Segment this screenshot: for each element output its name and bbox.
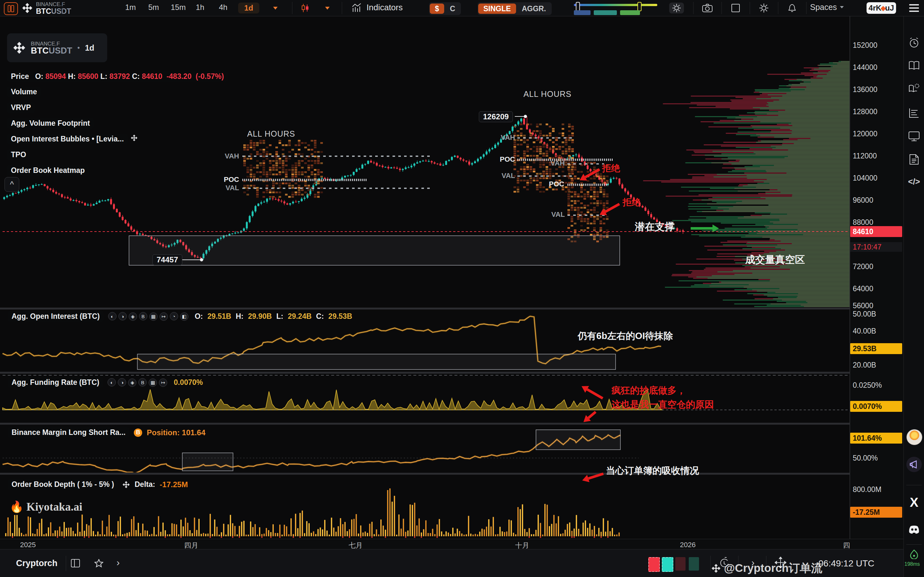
exchange-icon: ◧ (180, 313, 188, 321)
palette-chip-blue[interactable] (574, 10, 591, 15)
timeframe-1m[interactable]: 1m (125, 3, 136, 12)
scripts-button[interactable]: </> (907, 174, 921, 189)
discord-button[interactable] (907, 523, 921, 537)
currency-option[interactable]: C (445, 3, 460, 14)
alerts-button[interactable] (907, 35, 921, 50)
notifications-button[interactable] (786, 3, 798, 13)
scale-tick: 72000 (853, 263, 873, 271)
obd-panel-title: Order Book Depth ( 1% - 5% ) (8, 479, 118, 490)
time-axis[interactable]: 2025四月七月十月2026四 (0, 539, 903, 550)
reset-time-button[interactable] (718, 557, 730, 568)
legend-symbol-quote: USDT (49, 46, 73, 55)
spaces-label: Spaces (810, 3, 837, 12)
funding-panel-title: Agg. Funding Rate (BTC) (8, 377, 103, 388)
layout-toggle-button[interactable] (4, 2, 18, 15)
slider-handle-high[interactable] (637, 2, 641, 11)
indicator-row[interactable]: Open Interest Bubbles • [Levia... (7, 134, 128, 144)
separator (292, 2, 292, 14)
main-menu-button[interactable] (908, 3, 921, 13)
slider-handle-low[interactable] (576, 2, 580, 11)
announcements-button[interactable] (906, 457, 922, 472)
timeframe-1d-active[interactable]: 1d (238, 3, 259, 13)
history-button[interactable] (907, 81, 921, 95)
fullscreen-button[interactable] (729, 3, 742, 13)
timeframe-15m[interactable]: 15m (171, 3, 186, 12)
color-swatch[interactable] (648, 557, 660, 572)
position-label: Position: (147, 428, 180, 437)
oi-panel-header[interactable]: Agg. Open Interest (BTC) ◐◑◈B▦↦◔◧ O:29.5… (8, 311, 352, 322)
ls-panel-header[interactable]: Binance Margin Long Short Ra... B Positi… (8, 427, 205, 438)
news-button[interactable] (907, 152, 921, 166)
funding-value-badge: 0.0070% (850, 401, 902, 412)
profile-level-label: VAH (501, 134, 515, 142)
connection-status (907, 547, 921, 561)
legend-collapse-button[interactable]: ^ (5, 177, 19, 192)
oi-low: 29.24B (288, 312, 312, 321)
funding-value: 0.0070% (174, 378, 203, 387)
x-social-button[interactable]: X (907, 495, 921, 509)
scale-tick: 50.00% (853, 454, 878, 463)
favorites-button[interactable] (92, 558, 105, 569)
agg-option[interactable]: AGGR. (517, 3, 551, 14)
scale-tick: 20.00B (853, 361, 876, 369)
watchlist-button[interactable] (907, 59, 921, 73)
color-swatch[interactable] (689, 557, 699, 571)
dot-separator: • (78, 44, 80, 52)
annotation-text: ALL HOURS (247, 129, 295, 139)
obd-value-badge: -17.25M (850, 507, 902, 518)
palette-chip-green[interactable] (620, 10, 640, 15)
screener-button[interactable] (907, 129, 921, 143)
symbol-switcher[interactable]: BINANCE.F BTCUSDT (36, 2, 71, 15)
obd-panel-header[interactable]: Order Book Depth ( 1% - 5% ) Delta: -17.… (8, 479, 188, 490)
indicator-row[interactable]: Order Book Heatmap (7, 165, 89, 176)
expand-toolbar-button[interactable]: › (112, 557, 124, 568)
timeframe-1h[interactable]: 1h (196, 3, 204, 12)
utc-clock[interactable]: 06:49:12 UTC (818, 558, 874, 569)
price-scale[interactable]: 1520001440001360001280001200001120001040… (850, 16, 903, 549)
time-label: 2025 (20, 541, 36, 549)
profile-level-label: POC (549, 180, 564, 188)
panel-icon (71, 559, 80, 567)
annotation-text: 疯狂的抄底做多， (611, 384, 686, 397)
cryptorch-avatar[interactable] (906, 429, 922, 445)
chart-style-button[interactable] (298, 3, 313, 13)
account-badge[interactable]: 4rK◆uJ (867, 2, 896, 14)
palette-chip-teal[interactable] (594, 10, 617, 15)
heatmap-settings-button[interactable] (669, 3, 684, 13)
depth-button[interactable] (907, 106, 921, 120)
color-swatch[interactable] (662, 557, 674, 572)
delta-label: Delta: (134, 480, 155, 489)
panel-layout-button[interactable] (69, 558, 82, 569)
agg-option[interactable]: SINGLE (478, 3, 516, 14)
exchange-icon: B (138, 378, 147, 387)
timeframe-5m[interactable]: 5m (148, 3, 159, 12)
pan-mode-button[interactable] (774, 557, 787, 568)
symbol-pill[interactable]: BINANCE.F BTCUSDT • 1d (7, 33, 107, 62)
indicator-row[interactable]: TPO (7, 150, 30, 160)
spaces-menu[interactable]: Spaces (810, 3, 844, 12)
star-icon (94, 559, 103, 568)
indicator-row[interactable]: Agg. Volume Footprint (7, 118, 94, 129)
square-icon (731, 3, 740, 13)
settings-button[interactable] (758, 3, 770, 13)
chart-canvas[interactable] (0, 0, 924, 577)
scale-tick: 40.00B (853, 327, 876, 335)
indicator-row[interactable]: VRVP (7, 102, 35, 113)
price-close: 84610 (142, 72, 162, 81)
screenshot-button[interactable] (701, 3, 714, 13)
bar-countdown: 17:10:47 (850, 242, 902, 252)
color-swatch[interactable] (675, 557, 685, 571)
separator (66, 556, 66, 571)
price-ohlc-row[interactable]: Price O: 85094 H: 85600 L: 83792 C: 8461… (7, 71, 228, 82)
slider-track[interactable] (574, 4, 657, 6)
timeframe-4h[interactable]: 4h (219, 3, 228, 12)
indicator-row[interactable]: Volume (7, 87, 41, 97)
funding-panel-header[interactable]: Agg. Funding Rate (BTC) ◐◑◈B▦↦ 0.0070% (8, 377, 203, 388)
heatmap-intensity-slider[interactable] (574, 2, 658, 15)
indicators-button[interactable]: Indicators (352, 3, 403, 13)
scroll-right-button[interactable]: › (746, 557, 759, 568)
currency-option[interactable]: $ (430, 3, 444, 14)
timeframe-dropdown[interactable] (269, 3, 282, 13)
chart-style-dropdown[interactable] (321, 3, 334, 13)
annotation-text: 仍有6b左右的OI待抹除 (578, 330, 673, 343)
